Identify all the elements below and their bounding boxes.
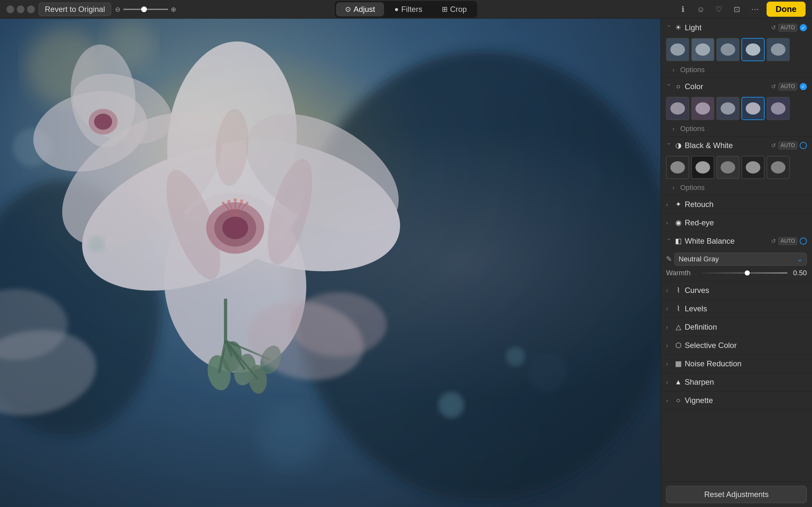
light-thumb-1[interactable] bbox=[666, 38, 689, 61]
section-redeye[interactable]: › ◉ Red-eye bbox=[661, 214, 812, 232]
section-light-header[interactable]: › ☀ Light ↺ AUTO ✓ bbox=[661, 19, 812, 37]
window-minimize[interactable] bbox=[17, 5, 24, 13]
reset-container: Reset Adjustments bbox=[661, 482, 812, 507]
svg-rect-56 bbox=[0, 19, 661, 507]
bw-thumb-3[interactable] bbox=[716, 156, 740, 179]
wb-auto-badge[interactable]: AUTO bbox=[778, 237, 797, 245]
light-thumb-2[interactable] bbox=[691, 38, 714, 61]
section-whitebalance: › ◧ White Balance ↺ AUTO ✎ Neutral Gray bbox=[661, 232, 812, 281]
info-button[interactable]: ℹ bbox=[676, 3, 689, 16]
reset-adjustments-button[interactable]: Reset Adjustments bbox=[666, 486, 807, 503]
wb-check[interactable] bbox=[800, 237, 807, 245]
bw-revert-icon[interactable]: ↺ bbox=[771, 142, 776, 149]
svg-point-80 bbox=[695, 161, 710, 173]
section-vignette[interactable]: › ○ Vignette bbox=[661, 391, 812, 410]
noise-reduction-chevron: › bbox=[666, 360, 672, 367]
light-revert-icon[interactable]: ↺ bbox=[771, 24, 776, 31]
light-thumb-3[interactable] bbox=[716, 38, 740, 61]
wb-icon: ◧ bbox=[674, 237, 683, 245]
section-sharpen[interactable]: › ▲ Sharpen bbox=[661, 373, 812, 391]
done-button[interactable]: Done bbox=[767, 2, 806, 17]
color-revert-icon[interactable]: ↺ bbox=[771, 83, 776, 90]
redeye-title: Red-eye bbox=[685, 218, 807, 227]
section-wb-header[interactable]: › ◧ White Balance ↺ AUTO bbox=[661, 232, 812, 250]
section-color-header[interactable]: › ○ Color ↺ AUTO ✓ bbox=[661, 77, 812, 96]
levels-icon: ⌇ bbox=[674, 304, 683, 313]
bw-thumb-1[interactable] bbox=[666, 156, 689, 179]
svg-point-66 bbox=[771, 44, 785, 56]
color-chevron: › bbox=[666, 84, 672, 90]
bw-options[interactable]: › Options bbox=[661, 181, 812, 195]
section-definition[interactable]: › △ Definition bbox=[661, 318, 812, 336]
wb-warmth-value: 0.50 bbox=[791, 269, 807, 277]
light-thumb-4[interactable] bbox=[742, 38, 765, 61]
wb-preset-select[interactable]: Neutral Gray ⌄ bbox=[674, 253, 807, 266]
light-options[interactable]: › Options bbox=[661, 64, 812, 77]
svg-point-78 bbox=[670, 161, 685, 173]
bw-check[interactable] bbox=[800, 142, 807, 149]
wb-expanded: ✎ Neutral Gray ⌄ Warmth 0.50 bbox=[661, 250, 812, 281]
color-options[interactable]: › Options bbox=[661, 123, 812, 136]
section-selective-color[interactable]: › ⬡ Selective Color bbox=[661, 336, 812, 355]
levels-title: Levels bbox=[685, 304, 807, 313]
section-noise-reduction[interactable]: › ▦ Noise Reduction bbox=[661, 355, 812, 373]
light-check[interactable]: ✓ bbox=[800, 24, 807, 31]
window-close[interactable] bbox=[6, 5, 14, 13]
redeye-icon: ◉ bbox=[674, 219, 683, 227]
revert-to-original-button[interactable]: Revert to Original bbox=[39, 3, 111, 16]
color-thumb-2[interactable] bbox=[691, 97, 714, 120]
zoom-slider[interactable] bbox=[123, 9, 168, 10]
top-bar-left: Revert to Original ⊖ ⊕ bbox=[6, 3, 329, 16]
bw-thumb-4[interactable] bbox=[742, 156, 765, 179]
bw-options-chevron: › bbox=[672, 184, 678, 191]
section-retouch[interactable]: › ✦ Retouch bbox=[661, 195, 812, 214]
color-thumb-1[interactable] bbox=[666, 97, 689, 120]
sidebar-scroll[interactable]: › ☀ Light ↺ AUTO ✓ bbox=[661, 19, 812, 482]
favorites-button[interactable]: ♡ bbox=[712, 3, 725, 16]
color-auto-badge[interactable]: AUTO bbox=[778, 83, 797, 91]
bw-thumb-5[interactable] bbox=[767, 156, 790, 179]
svg-point-62 bbox=[720, 44, 735, 56]
light-thumb-5[interactable] bbox=[767, 38, 790, 61]
color-thumbs bbox=[661, 96, 812, 123]
section-bw-header[interactable]: › ◑ Black & White ↺ AUTO bbox=[661, 136, 812, 155]
svg-point-68 bbox=[670, 102, 685, 115]
sidebar: › ☀ Light ↺ AUTO ✓ bbox=[661, 19, 812, 507]
light-title: Light bbox=[685, 23, 769, 32]
tab-crop-label: Crop bbox=[450, 5, 467, 14]
color-thumb-5[interactable] bbox=[767, 97, 790, 120]
window-controls bbox=[6, 5, 35, 13]
section-curves[interactable]: › ⌇ Curves bbox=[661, 281, 812, 300]
curves-chevron: › bbox=[666, 287, 672, 294]
bw-thumbs bbox=[661, 155, 812, 181]
wb-eyedropper-icon[interactable]: ✎ bbox=[666, 255, 672, 263]
share-button[interactable]: ⊡ bbox=[730, 3, 743, 16]
bw-thumb-2[interactable] bbox=[691, 156, 714, 179]
color-check[interactable]: ✓ bbox=[800, 83, 807, 90]
wb-warmth-slider[interactable] bbox=[702, 272, 788, 274]
definition-chevron: › bbox=[666, 324, 672, 331]
tab-adjust[interactable]: ⊙ Adjust bbox=[336, 2, 384, 16]
selective-color-title: Selective Color bbox=[685, 341, 807, 350]
color-thumb-3[interactable] bbox=[716, 97, 740, 120]
noise-reduction-icon: ▦ bbox=[674, 359, 683, 368]
window-maximize[interactable] bbox=[27, 5, 35, 13]
color-thumb-4[interactable] bbox=[742, 97, 765, 120]
bw-auto-badge[interactable]: AUTO bbox=[778, 142, 797, 149]
svg-point-84 bbox=[746, 161, 760, 173]
color-controls: ↺ AUTO ✓ bbox=[771, 83, 807, 91]
more-button[interactable]: ⋯ bbox=[749, 3, 761, 16]
selective-color-chevron: › bbox=[666, 342, 672, 349]
face-detect-button[interactable]: ☺ bbox=[694, 3, 707, 16]
wb-controls: ↺ AUTO bbox=[771, 237, 807, 245]
tab-filters[interactable]: ● Filters bbox=[386, 2, 432, 16]
adjust-icon: ⊙ bbox=[345, 5, 351, 13]
tab-crop[interactable]: ⊞ Crop bbox=[433, 2, 476, 16]
svg-point-58 bbox=[670, 44, 685, 56]
sharpen-title: Sharpen bbox=[685, 378, 807, 387]
section-levels[interactable]: › ⌇ Levels bbox=[661, 300, 812, 318]
bw-controls: ↺ AUTO bbox=[771, 142, 807, 149]
main-content: › ☀ Light ↺ AUTO ✓ bbox=[0, 19, 812, 507]
light-auto-badge[interactable]: AUTO bbox=[778, 24, 797, 32]
wb-revert-icon[interactable]: ↺ bbox=[771, 237, 776, 245]
